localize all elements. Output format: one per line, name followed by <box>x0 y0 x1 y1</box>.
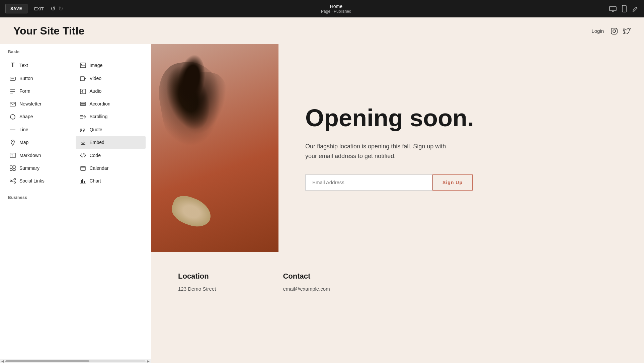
hero-title: Opening soon. <box>305 105 617 131</box>
widget-code[interactable]: Code <box>76 149 146 162</box>
widget-summary-label: Summary <box>19 165 39 171</box>
mobile-view-button[interactable] <box>622 5 627 12</box>
accordion-icon <box>80 101 86 107</box>
widget-button-label: Button <box>19 76 33 81</box>
nav-icons <box>611 27 631 35</box>
section-business-header: Business <box>0 190 151 203</box>
svg-point-33 <box>10 180 12 182</box>
hero-section: Opening soon. Our flagship location is o… <box>151 44 644 252</box>
hero-content: Opening soon. Our flagship location is o… <box>278 44 644 252</box>
widget-embed-label: Embed <box>90 140 104 145</box>
panel-scrollbar-h: ◀ ▶ <box>0 359 151 363</box>
widget-calendar[interactable]: Calendar <box>76 162 146 174</box>
svg-rect-25 <box>10 166 12 168</box>
svg-line-37 <box>11 181 14 182</box>
svg-rect-19 <box>80 104 86 105</box>
undo-redo-group: ↺ ↻ <box>51 5 63 12</box>
embed-icon <box>80 139 86 146</box>
widget-shape[interactable]: Shape <box>5 110 76 123</box>
svg-point-35 <box>14 182 16 184</box>
widget-markdown[interactable]: T Markdown <box>5 149 76 162</box>
text-icon: T <box>9 62 16 69</box>
site-title: Your Site Title <box>13 25 84 37</box>
svg-rect-29 <box>81 166 85 170</box>
widget-chart-label: Chart <box>90 178 101 184</box>
hero-description: Our flagship location is opening this fa… <box>305 142 453 161</box>
main-area: Basic T Text Image <box>0 44 644 363</box>
email-form: Sign Up <box>305 174 473 191</box>
hero-image <box>151 44 278 252</box>
signup-button[interactable]: Sign Up <box>432 174 473 191</box>
instagram-icon[interactable] <box>611 27 618 35</box>
widget-map[interactable]: Map <box>5 136 76 149</box>
widget-button[interactable]: Button <box>5 72 76 85</box>
undo-button[interactable]: ↺ <box>51 5 56 12</box>
widget-form-label: Form <box>19 88 30 94</box>
redo-button[interactable]: ↻ <box>58 5 63 12</box>
twitter-icon[interactable] <box>623 27 631 35</box>
video-icon <box>80 75 86 81</box>
summary-icon <box>9 165 16 171</box>
widget-summary[interactable]: Summary <box>5 162 76 174</box>
widget-video-label: Video <box>90 76 102 81</box>
svg-rect-17 <box>10 102 15 106</box>
svg-rect-39 <box>82 179 83 183</box>
chart-icon <box>80 178 86 184</box>
widget-image[interactable]: Image <box>76 58 146 72</box>
code-icon <box>80 152 86 158</box>
widget-quote-label: Quote <box>90 127 102 132</box>
scroll-right-button[interactable]: ▶ <box>147 359 150 363</box>
exit-button[interactable]: EXIT <box>31 4 47 13</box>
scroll-left-button[interactable]: ◀ <box>1 359 4 363</box>
widget-form[interactable]: Form <box>5 85 76 97</box>
widget-accordion[interactable]: Accordion <box>76 97 146 110</box>
edit-button[interactable] <box>632 5 639 12</box>
widget-line[interactable]: Line <box>5 123 76 136</box>
save-button[interactable]: SAVE <box>5 4 27 13</box>
widget-video[interactable]: Video <box>76 72 146 85</box>
email-input[interactable] <box>305 174 432 191</box>
widget-panel: Basic T Text Image <box>0 44 151 363</box>
nav-login[interactable]: Login <box>591 28 604 34</box>
markdown-icon: T <box>9 152 16 158</box>
widget-text[interactable]: T Text <box>5 58 76 72</box>
svg-point-7 <box>616 29 616 29</box>
widget-audio-label: Audio <box>90 88 102 94</box>
widget-social-links[interactable]: Social Links <box>5 174 76 187</box>
widget-chart[interactable]: Chart <box>76 174 146 187</box>
svg-rect-27 <box>10 169 12 170</box>
toolbar-center: Home Page · Published <box>321 4 351 14</box>
button-icon <box>9 75 16 81</box>
svg-text:T: T <box>11 154 13 157</box>
widget-image-label: Image <box>90 63 103 68</box>
scroll-track <box>5 360 146 362</box>
svg-rect-16 <box>80 89 86 94</box>
svg-rect-0 <box>610 6 616 11</box>
newsletter-icon <box>9 101 16 107</box>
widget-newsletter[interactable]: Newsletter <box>5 97 76 110</box>
widget-embed[interactable]: Embed <box>76 136 146 149</box>
svg-rect-38 <box>81 180 82 183</box>
widget-audio[interactable]: Audio <box>76 85 146 97</box>
panel-scroll[interactable]: Basic T Text Image <box>0 44 151 359</box>
scroll-thumb <box>5 360 89 362</box>
footer-section: Location 123 Demo Street Contact email@e… <box>151 252 644 312</box>
desktop-view-button[interactable] <box>609 5 617 12</box>
widget-newsletter-label: Newsletter <box>19 101 42 106</box>
svg-rect-40 <box>84 181 85 183</box>
widget-line-label: Line <box>19 127 28 132</box>
toolbar-left: SAVE EXIT ↺ ↻ <box>5 4 63 13</box>
footer-location-heading: Location <box>178 272 216 281</box>
svg-line-36 <box>11 179 14 180</box>
widget-markdown-label: Markdown <box>19 153 41 158</box>
svg-point-34 <box>14 178 16 180</box>
svg-rect-12 <box>80 77 84 81</box>
widget-map-label: Map <box>19 140 28 145</box>
site-canvas: Opening soon. Our flagship location is o… <box>151 44 644 363</box>
image-icon <box>80 62 86 68</box>
widget-scrolling[interactable]: Scrolling <box>76 110 146 123</box>
widget-scrolling-label: Scrolling <box>90 114 108 119</box>
widget-quote[interactable]: Quote <box>76 123 146 136</box>
map-icon <box>9 139 16 146</box>
footer-contact: Contact email@example.com <box>283 272 330 292</box>
